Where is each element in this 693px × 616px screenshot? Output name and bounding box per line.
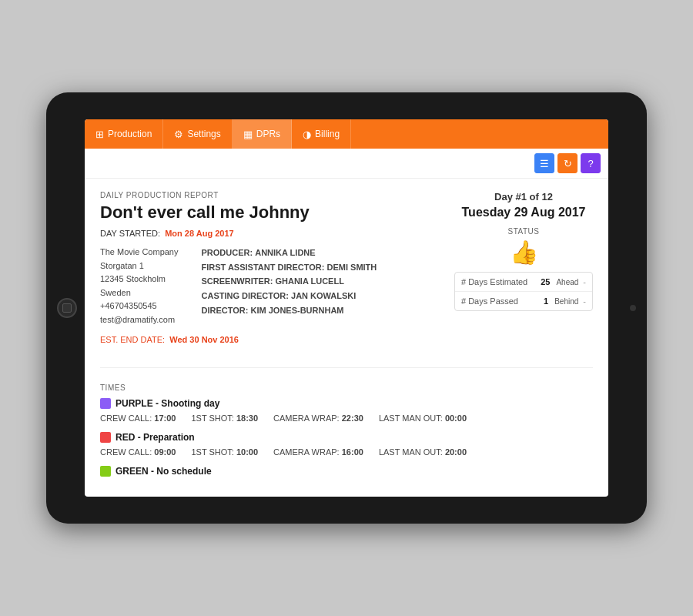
address-line3: Sweden: [100, 286, 179, 300]
billing-icon: ◑: [303, 129, 311, 140]
stat-estimated-dash: -: [583, 277, 586, 286]
daily-label: DAILY PRODUCTION REPORT: [100, 191, 439, 199]
first-shot-purple-label: 1ST SHOT:: [191, 413, 233, 423]
address-block: The Movie Company Storgatan 1 12345 Stoc…: [100, 246, 179, 327]
stats-box: # Days Estimated 25 Ahead - # Days Passe…: [454, 272, 593, 311]
stat-passed-status: Behind: [554, 297, 578, 306]
last-man-red-value: 20:00: [445, 447, 467, 457]
screenwriter-row: SCREENWRITER: GHANIA LUCELL: [202, 274, 440, 289]
red-dot: [100, 432, 111, 443]
camera-wrap-purple-value: 22:30: [342, 413, 363, 423]
day-date: Tuesday 29 Aug 2017: [454, 206, 593, 219]
nav-bar: ⊞ Production ⚙ Settings ▦ DPRs ◑ Billing: [85, 119, 608, 149]
address-line2: 12345 Stockholm: [100, 273, 179, 286]
day-started-value: Mon 28 Aug 2017: [165, 229, 233, 238]
stat-estimated-value: 25: [541, 277, 550, 286]
purple-dot: [100, 398, 111, 409]
list-icon: ☰: [540, 158, 549, 169]
first-shot-red-label: 1ST SHOT:: [191, 447, 233, 457]
report-left: DAILY PRODUCTION REPORT Don't ever call …: [100, 191, 439, 352]
address-line1: Storgatan 1: [100, 259, 179, 273]
director-row: DIRECTOR: KIM JONES-BURNHAM: [202, 303, 440, 318]
est-end-value: Wed 30 Nov 2016: [169, 335, 239, 344]
times-section: TIMES PURPLE - Shooting day CREW CALL: 1…: [100, 383, 593, 486]
settings-icon: ⚙: [174, 129, 183, 140]
refresh-icon: ↻: [564, 158, 572, 169]
last-man-purple-value: 00:00: [445, 413, 467, 423]
first-shot-red-value: 10:00: [236, 447, 258, 457]
home-button[interactable]: [57, 298, 77, 318]
first-shot-purple: 1ST SHOT: 18:30: [191, 413, 258, 423]
times-section-label: TIMES: [100, 383, 593, 392]
schedule-title-green: GREEN - No schedule: [100, 466, 593, 477]
main-content: DAILY PRODUCTION REPORT Don't ever call …: [85, 179, 608, 497]
casting-label: CASTING DIRECTOR:: [202, 291, 289, 300]
day-of: Day #1 of 12: [454, 191, 593, 203]
first-ad-name: DEMI SMITH: [326, 263, 377, 272]
tablet-screen: ⊞ Production ⚙ Settings ▦ DPRs ◑ Billing…: [85, 119, 608, 497]
toolbar: ☰ ↻ ?: [85, 149, 608, 179]
last-man-red: LAST MAN OUT: 20:00: [379, 447, 467, 457]
crew-call-purple-value: 17:00: [154, 413, 176, 423]
casting-name: JAN KOWALSKI: [291, 291, 356, 300]
tab-billing-label: Billing: [315, 129, 340, 139]
tab-settings-label: Settings: [187, 129, 220, 139]
stat-row-passed: # Days Passed 1 Behind -: [455, 292, 592, 310]
report-right: Day #1 of 12 Tuesday 29 Aug 2017 STATUS …: [454, 191, 593, 352]
tab-billing[interactable]: ◑ Billing: [292, 119, 351, 149]
report-meta: The Movie Company Storgatan 1 12345 Stoc…: [100, 246, 439, 327]
refresh-button[interactable]: ↻: [557, 153, 578, 173]
camera-wrap-purple-label: CAMERA WRAP:: [273, 413, 340, 423]
dprs-icon: ▦: [243, 129, 253, 140]
stat-estimated-status: Ahead: [556, 278, 578, 286]
crew-call-purple-label: CREW CALL:: [100, 413, 152, 423]
est-end-label: EST. END DATE:: [100, 335, 165, 344]
red-title: RED - Preparation: [116, 432, 195, 443]
day-info: Day #1 of 12 Tuesday 29 Aug 2017 STATUS …: [454, 191, 593, 266]
green-title: GREEN - No schedule: [116, 466, 212, 477]
camera-wrap-red: CAMERA WRAP: 16:00: [273, 447, 363, 457]
stat-passed-value: 1: [544, 296, 548, 306]
schedule-title-red: RED - Preparation: [100, 432, 593, 443]
first-ad-label: FIRST ASSISTANT DIRECTOR:: [202, 263, 325, 272]
last-man-red-label: LAST MAN OUT:: [379, 447, 443, 457]
list-view-button[interactable]: ☰: [534, 153, 554, 173]
times-row-red: CREW CALL: 09:00 1ST SHOT: 10:00 CAMERA …: [100, 447, 593, 457]
schedule-group-red: RED - Preparation CREW CALL: 09:00 1ST S…: [100, 432, 593, 457]
schedule-title-purple: PURPLE - Shooting day: [100, 398, 593, 409]
phone: +46704350545: [100, 300, 179, 313]
help-button[interactable]: ?: [581, 153, 601, 173]
producer-label: PRODUCER:: [202, 248, 253, 257]
first-shot-red: 1ST SHOT: 10:00: [191, 447, 258, 457]
producer-row: PRODUCER: ANNIKA LIDNE: [202, 246, 440, 260]
help-icon: ?: [588, 158, 593, 169]
front-camera: [630, 305, 636, 311]
times-row-purple: CREW CALL: 17:00 1ST SHOT: 18:30 CAMERA …: [100, 413, 593, 423]
production-icon: ⊞: [95, 129, 104, 140]
stat-passed-label: # Days Passed: [461, 296, 539, 306]
first-shot-purple-value: 18:30: [236, 413, 258, 423]
stat-row-estimated: # Days Estimated 25 Ahead -: [455, 273, 592, 292]
green-dot: [100, 466, 111, 477]
tab-dprs[interactable]: ▦ DPRs: [233, 119, 292, 149]
day-started-label: DAY STARTED:: [100, 229, 160, 238]
first-ad-row: FIRST ASSISTANT DIRECTOR: DEMI SMITH: [202, 260, 440, 275]
schedule-group-green: GREEN - No schedule: [100, 466, 593, 477]
schedule-group-purple: PURPLE - Shooting day CREW CALL: 17:00 1…: [100, 398, 593, 423]
report-title: Don't ever call me Johnny: [100, 203, 439, 223]
tab-settings[interactable]: ⚙ Settings: [163, 119, 232, 149]
tablet-device: ⊞ Production ⚙ Settings ▦ DPRs ◑ Billing…: [46, 92, 647, 524]
screenwriter-label: SCREENWRITER:: [202, 276, 273, 286]
crew-block: PRODUCER: ANNIKA LIDNE FIRST ASSISTANT D…: [202, 246, 440, 327]
director-name: KIM JONES-BURNHAM: [250, 306, 343, 315]
email: test@dramatify.com: [100, 313, 179, 327]
casting-row: CASTING DIRECTOR: JAN KOWALSKI: [202, 289, 440, 303]
camera-wrap-red-value: 16:00: [342, 447, 363, 457]
crew-call-red: CREW CALL: 09:00: [100, 447, 176, 457]
company-name: The Movie Company: [100, 246, 179, 259]
thumbs-up-icon: 👍: [454, 239, 593, 266]
camera-wrap-purple: CAMERA WRAP: 22:30: [273, 413, 363, 423]
tab-production[interactable]: ⊞ Production: [85, 119, 163, 149]
crew-call-red-label: CREW CALL:: [100, 447, 152, 457]
director-label: DIRECTOR:: [202, 306, 249, 315]
